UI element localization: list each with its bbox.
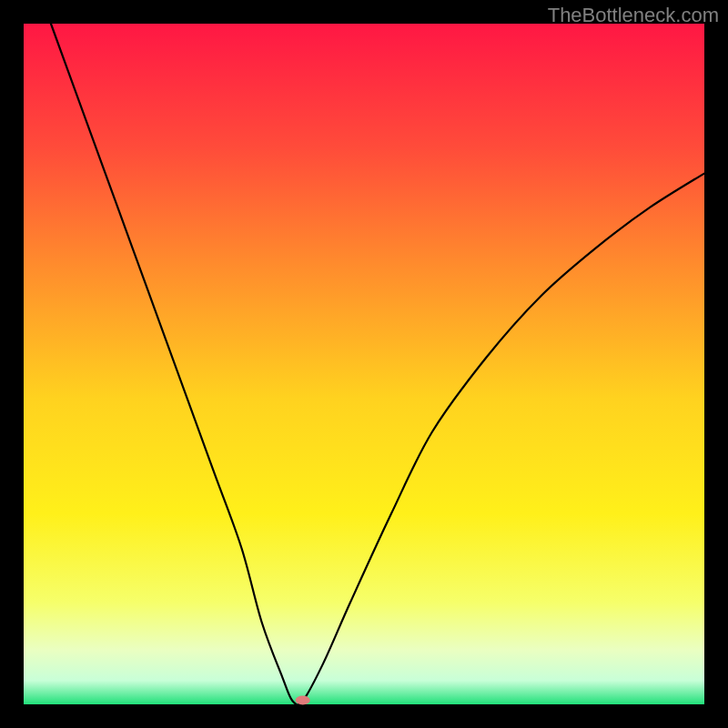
watermark-text: TheBottleneck.com — [548, 4, 719, 27]
optimal-point-marker — [296, 696, 310, 705]
bottleneck-chart — [0, 0, 728, 728]
plot-area — [24, 24, 704, 704]
chart-container: TheBottleneck.com — [0, 0, 728, 728]
